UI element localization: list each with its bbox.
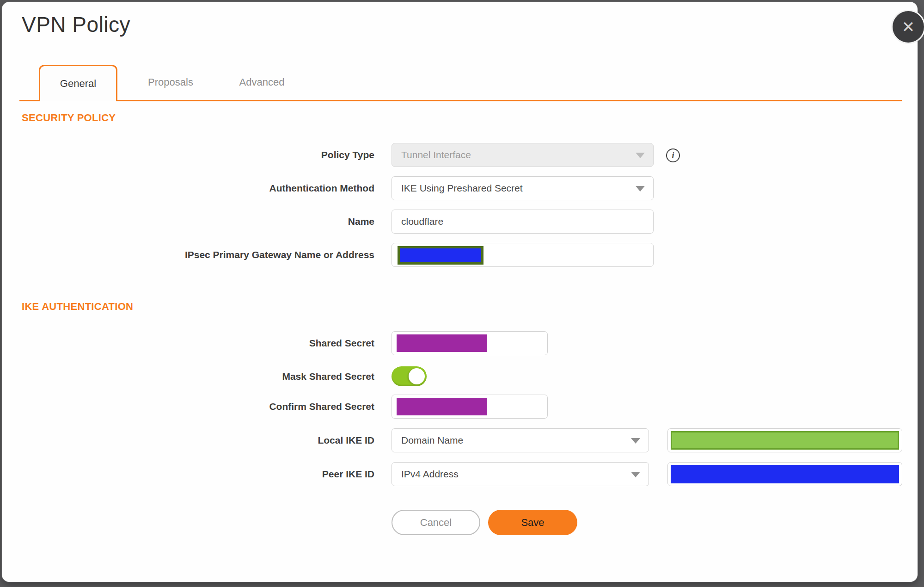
tab-proposals[interactable]: Proposals (141, 65, 201, 100)
mask-shared-secret-toggle[interactable] (392, 366, 427, 386)
chevron-down-icon (636, 153, 645, 158)
shared-secret-label: Shared Secret (2, 331, 374, 355)
shared-secret-redaction (397, 334, 487, 352)
mask-shared-secret-label: Mask Shared Secret (2, 366, 374, 386)
vpn-policy-dialog: VPN Policy General Proposals Advanced SE… (2, 2, 918, 582)
close-icon: ✕ (902, 19, 915, 35)
peer-ike-id-select[interactable]: IPv4 Address (392, 462, 649, 486)
name-label: Name (2, 210, 374, 234)
tab-advanced[interactable]: Advanced (233, 65, 291, 100)
peer-ike-id-redaction (671, 465, 899, 483)
cancel-button[interactable]: Cancel (392, 510, 480, 535)
ipsec-gateway-redaction (398, 246, 483, 265)
chevron-down-icon (631, 472, 640, 477)
tab-general[interactable]: General (39, 65, 117, 101)
policy-type-select: Tunnel Interface (392, 143, 654, 167)
confirm-shared-secret-label: Confirm Shared Secret (2, 395, 374, 419)
toggle-knob (409, 368, 425, 384)
page-title: VPN Policy (22, 12, 130, 37)
chevron-down-icon (636, 186, 645, 192)
local-ike-id-label: Local IKE ID (2, 428, 374, 452)
policy-type-label: Policy Type (2, 143, 374, 167)
tab-underline (19, 100, 902, 101)
chevron-down-icon (631, 438, 640, 444)
policy-type-value: Tunnel Interface (401, 149, 471, 161)
local-ike-id-value: Domain Name (401, 435, 463, 446)
ipsec-gateway-label: IPsec Primary Gateway Name or Address (2, 243, 374, 267)
close-button[interactable]: ✕ (891, 10, 924, 44)
authentication-method-label: Authentication Method (2, 176, 374, 200)
authentication-method-value: IKE Using Preshared Secret (401, 183, 523, 194)
peer-ike-id-value: IPv4 Address (401, 469, 459, 480)
save-button[interactable]: Save (488, 510, 577, 535)
authentication-method-select[interactable]: IKE Using Preshared Secret (392, 176, 654, 200)
name-input[interactable] (392, 210, 654, 234)
confirm-shared-secret-redaction (397, 398, 487, 415)
local-ike-id-redaction (671, 431, 899, 450)
section-title-security-policy: SECURITY POLICY (22, 112, 116, 124)
section-title-ike-authentication: IKE AUTHENTICATION (22, 301, 133, 313)
local-ike-id-select[interactable]: Domain Name (392, 428, 649, 452)
peer-ike-id-label: Peer IKE ID (2, 462, 374, 486)
info-icon[interactable]: i (666, 148, 680, 162)
